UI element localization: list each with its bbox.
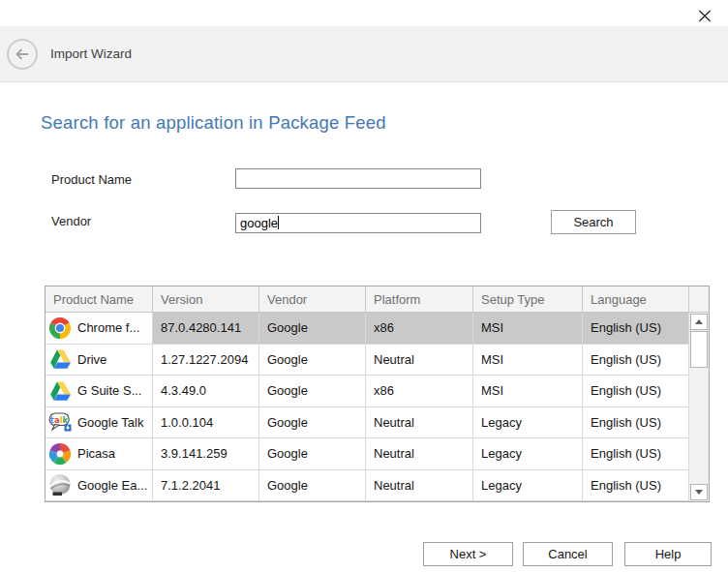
cell-language: English (US) [583, 313, 689, 344]
cell-language: English (US) [583, 345, 689, 376]
cell-platform: Neutral [366, 407, 473, 438]
cell-setup-type: Legacy [473, 407, 583, 438]
wizard-header: Import Wizard [0, 26, 728, 82]
cell-vendor: Google [259, 313, 366, 344]
table-row[interactable]: Google Ea... 7.1.2.2041 Google Neutral L… [46, 470, 709, 502]
cell-setup-type: MSI [473, 376, 583, 406]
cell-version: 1.27.1227.2094 [153, 345, 259, 376]
cell-vendor: Google [259, 376, 366, 406]
cell-language: English (US) [583, 376, 689, 406]
google-earth-icon [48, 473, 72, 497]
table-row[interactable]: Drive 1.27.1227.2094 Google Neutral MSI … [46, 345, 709, 376]
google-talk-icon: talk [48, 410, 72, 434]
cell-product: Chrome f... [77, 320, 139, 335]
cell-platform: Neutral [366, 470, 473, 501]
table-header-row: Product Name Version Vendor Platform Set… [46, 286, 709, 313]
product-name-input[interactable] [235, 168, 481, 189]
table-body: Chrome f... 87.0.4280.141 Google x86 MSI… [46, 313, 709, 501]
cell-product: Google Talk [77, 415, 143, 430]
cell-vendor: Google [259, 438, 366, 469]
cell-platform: Neutral [366, 345, 473, 376]
vendor-label: Vendor [51, 214, 91, 228]
scroll-down-button[interactable] [690, 484, 708, 500]
cell-setup-type: MSI [473, 345, 583, 376]
column-header-platform[interactable]: Platform [366, 286, 473, 312]
chrome-icon [48, 316, 72, 340]
drive-icon [48, 347, 72, 371]
cell-product: Google Ea... [77, 478, 147, 493]
scroll-up-button[interactable] [690, 314, 708, 330]
column-header-product-name[interactable]: Product Name [46, 286, 153, 312]
column-header-scrollbar-stub [689, 286, 709, 312]
cell-product: Drive [77, 352, 106, 367]
cell-product: G Suite S... [77, 383, 141, 398]
cell-version: 1.0.0.104 [153, 407, 259, 438]
close-button[interactable] [692, 4, 717, 27]
triangle-up-icon [695, 319, 703, 324]
cell-version: 7.1.2.2041 [153, 470, 259, 501]
scrollbar-thumb[interactable] [690, 331, 708, 368]
gsuite-icon [48, 379, 72, 403]
cell-product: Picasa [77, 446, 115, 461]
back-arrow-icon [14, 45, 31, 63]
cell-version: 4.3.49.0 [153, 376, 259, 406]
cell-platform: Neutral [366, 438, 473, 469]
cell-version: 3.9.141.259 [153, 438, 259, 469]
cell-language: English (US) [583, 470, 689, 501]
column-header-language[interactable]: Language [583, 286, 689, 312]
help-button[interactable]: Help [624, 542, 712, 566]
cell-version: 87.0.4280.141 [153, 313, 259, 344]
cell-vendor: Google [259, 407, 366, 438]
column-header-setup-type[interactable]: Setup Type [473, 286, 583, 312]
table-row[interactable]: G Suite S... 4.3.49.0 Google x86 MSI Eng… [46, 376, 709, 407]
results-table: Product Name Version Vendor Platform Set… [45, 286, 710, 502]
cancel-button[interactable]: Cancel [523, 542, 613, 566]
text-caret [278, 216, 279, 229]
table-row[interactable]: Chrome f... 87.0.4280.141 Google x86 MSI… [46, 313, 709, 345]
cell-vendor: Google [259, 470, 366, 501]
triangle-down-icon [695, 490, 703, 495]
cell-platform: x86 [366, 376, 473, 406]
cell-language: English (US) [583, 407, 689, 438]
column-header-vendor[interactable]: Vendor [259, 286, 366, 312]
cell-setup-type: MSI [473, 313, 583, 344]
column-header-version[interactable]: Version [153, 286, 259, 312]
search-button[interactable]: Search [551, 210, 636, 234]
cell-setup-type: Legacy [473, 438, 583, 469]
cell-setup-type: Legacy [473, 470, 583, 501]
back-button[interactable] [7, 39, 38, 70]
cell-language: English (US) [583, 438, 689, 469]
vertical-scrollbar[interactable] [689, 313, 709, 501]
close-icon [698, 9, 712, 23]
vendor-input[interactable]: google [235, 213, 481, 233]
cell-platform: x86 [366, 313, 473, 344]
table-row[interactable]: Picasa 3.9.141.259 Google Neutral Legacy… [46, 438, 709, 470]
cell-vendor: Google [259, 345, 366, 376]
page-title: Search for an application in Package Fee… [41, 112, 386, 134]
picasa-icon [48, 442, 72, 466]
product-name-label: Product Name [51, 172, 132, 187]
wizard-title: Import Wizard [50, 46, 132, 61]
next-button[interactable]: Next > [423, 542, 513, 566]
vendor-value: google [240, 216, 278, 230]
svg-text:talk: talk [50, 415, 69, 425]
table-row[interactable]: talk Google Talk 1.0.0.104 Google Neutra… [46, 407, 709, 439]
